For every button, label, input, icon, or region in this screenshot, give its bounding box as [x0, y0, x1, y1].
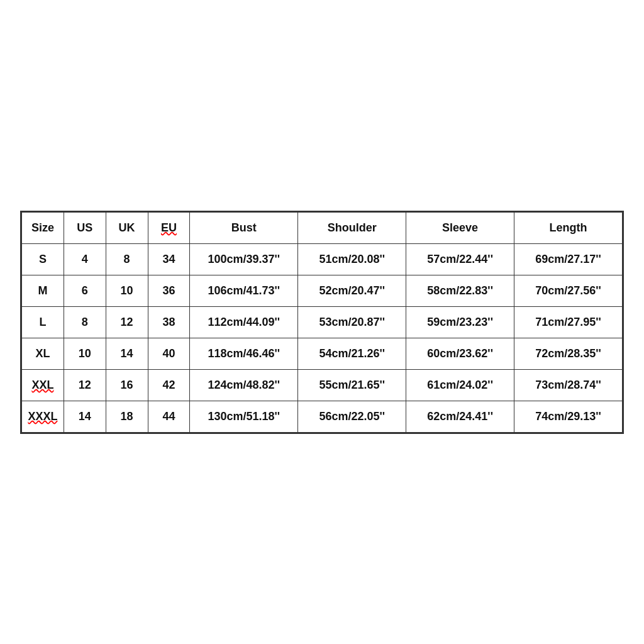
page-wrapper: Size US UK EU Bust Shoulder Sleeve Lengt…	[0, 0, 644, 644]
header-eu: EU	[148, 212, 190, 243]
cell-size: XXL	[22, 369, 64, 401]
cell-uk: 18	[106, 401, 148, 432]
cell-sleeve: 62cm/24.41''	[406, 401, 514, 432]
header-size: Size	[22, 212, 64, 243]
cell-eu: 40	[148, 338, 190, 369]
cell-bust: 118cm/46.46''	[190, 338, 298, 369]
table-row: XL101440118cm/46.46''54cm/21.26''60cm/23…	[22, 338, 623, 369]
cell-shoulder: 53cm/20.87''	[298, 306, 406, 338]
cell-eu: 34	[148, 243, 190, 275]
cell-length: 71cm/27.95''	[514, 306, 623, 338]
table-row: XXL121642124cm/48.82''55cm/21.65''61cm/2…	[22, 369, 623, 401]
cell-length: 73cm/28.74''	[514, 369, 623, 401]
cell-us: 8	[64, 306, 106, 338]
cell-sleeve: 58cm/22.83''	[406, 275, 514, 306]
cell-us: 14	[64, 401, 106, 432]
cell-sleeve: 60cm/23.62''	[406, 338, 514, 369]
table-header-row: Size US UK EU Bust Shoulder Sleeve Lengt…	[22, 212, 623, 243]
cell-us: 6	[64, 275, 106, 306]
cell-length: 74cm/29.13''	[514, 401, 623, 432]
cell-size: XL	[22, 338, 64, 369]
cell-shoulder: 56cm/22.05''	[298, 401, 406, 432]
cell-eu: 44	[148, 401, 190, 432]
table-row: M61036106cm/41.73''52cm/20.47''58cm/22.8…	[22, 275, 623, 306]
cell-us: 12	[64, 369, 106, 401]
cell-length: 72cm/28.35''	[514, 338, 623, 369]
cell-size: M	[22, 275, 64, 306]
cell-shoulder: 52cm/20.47''	[298, 275, 406, 306]
table-row: S4834100cm/39.37''51cm/20.08''57cm/22.44…	[22, 243, 623, 275]
cell-length: 70cm/27.56''	[514, 275, 623, 306]
cell-shoulder: 55cm/21.65''	[298, 369, 406, 401]
cell-bust: 112cm/44.09''	[190, 306, 298, 338]
size-chart-container: Size US UK EU Bust Shoulder Sleeve Lengt…	[20, 211, 624, 434]
cell-uk: 16	[106, 369, 148, 401]
cell-sleeve: 57cm/22.44''	[406, 243, 514, 275]
table-row: L81238112cm/44.09''53cm/20.87''59cm/23.2…	[22, 306, 623, 338]
cell-bust: 130cm/51.18''	[190, 401, 298, 432]
cell-eu: 36	[148, 275, 190, 306]
header-shoulder: Shoulder	[298, 212, 406, 243]
header-us: US	[64, 212, 106, 243]
cell-size: L	[22, 306, 64, 338]
cell-eu: 42	[148, 369, 190, 401]
cell-us: 4	[64, 243, 106, 275]
header-length: Length	[514, 212, 623, 243]
cell-sleeve: 61cm/24.02''	[406, 369, 514, 401]
header-sleeve: Sleeve	[406, 212, 514, 243]
cell-size: XXXL	[22, 401, 64, 432]
cell-eu: 38	[148, 306, 190, 338]
cell-bust: 106cm/41.73''	[190, 275, 298, 306]
cell-shoulder: 51cm/20.08''	[298, 243, 406, 275]
size-chart-table: Size US UK EU Bust Shoulder Sleeve Lengt…	[21, 212, 623, 433]
cell-sleeve: 59cm/23.23''	[406, 306, 514, 338]
cell-size: S	[22, 243, 64, 275]
header-bust: Bust	[190, 212, 298, 243]
header-uk: UK	[106, 212, 148, 243]
cell-uk: 8	[106, 243, 148, 275]
table-row: XXXL141844130cm/51.18''56cm/22.05''62cm/…	[22, 401, 623, 432]
cell-uk: 14	[106, 338, 148, 369]
cell-bust: 100cm/39.37''	[190, 243, 298, 275]
cell-length: 69cm/27.17''	[514, 243, 623, 275]
cell-shoulder: 54cm/21.26''	[298, 338, 406, 369]
cell-us: 10	[64, 338, 106, 369]
cell-bust: 124cm/48.82''	[190, 369, 298, 401]
cell-uk: 12	[106, 306, 148, 338]
cell-uk: 10	[106, 275, 148, 306]
